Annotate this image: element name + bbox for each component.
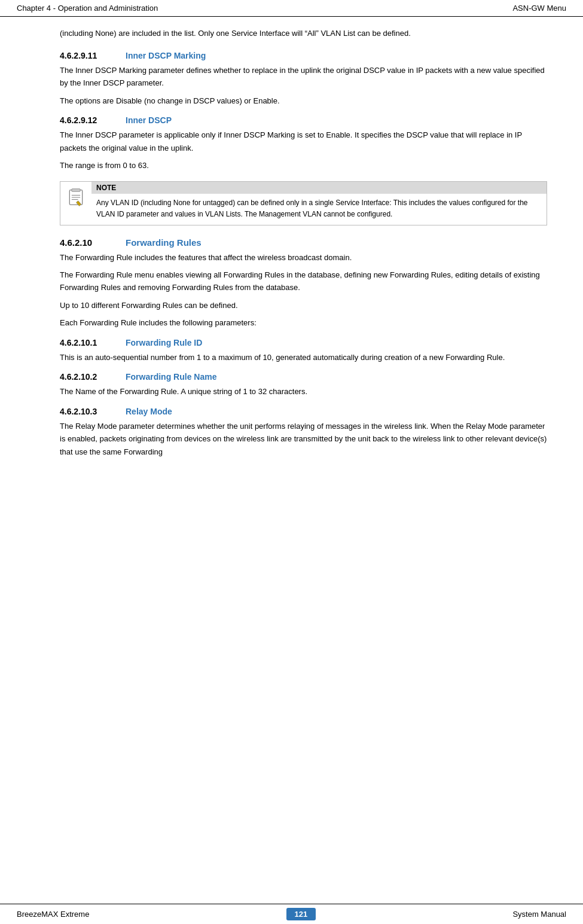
section-4-6-2-10: 4.6.2.10 Forwarding Rules The Forwarding… [60,237,547,330]
section-body-4-6-2-9-12-p2: The range is from 0 to 63. [60,159,547,172]
subsection-number-4-6-2-10-3: 4.6.2.10.3 [60,407,126,416]
svg-rect-1 [72,189,80,191]
footer-page-number: 121 [286,908,316,920]
header-left: Chapter 4 - Operation and Administration [17,4,158,13]
section-4-6-2-10-2: 4.6.2.10.2 Forwarding Rule Name The Name… [60,372,547,398]
section-number-4-6-2-10: 4.6.2.10 [60,237,126,248]
note-box: NOTE Any VLAN ID (including None for unt… [60,181,547,225]
section-body-4-6-2-10-p1: The Forwarding Rule includes the feature… [60,251,547,264]
subsection-body-4-6-2-10-3-p1: The Relay Mode parameter determines whet… [60,420,547,458]
page-header: Chapter 4 - Operation and Administration… [0,0,583,17]
subsection-title-4-6-2-10-3: Relay Mode [126,407,172,416]
section-header-4-6-2-9-11: 4.6.2.9.11 Inner DSCP Marking [60,51,547,60]
subsection-number-4-6-2-10-1: 4.6.2.10.1 [60,338,126,347]
note-icon [60,182,91,213]
section-header-4-6-2-9-12: 4.6.2.9.12 Inner DSCP [60,115,547,125]
section-body-4-6-2-9-12-p1: The Inner DSCP parameter is applicable o… [60,129,547,154]
section-body-4-6-2-10-p3: Up to 10 different Forwarding Rules can … [60,299,547,312]
note-content: NOTE Any VLAN ID (including None for unt… [91,182,547,224]
subsection-body-4-6-2-10-1-p1: This is an auto-sequential number from 1… [60,351,547,364]
main-content: (including None) are included in the lis… [0,17,583,904]
notepad-icon [66,188,86,207]
footer-right: System Manual [512,910,566,919]
section-title-4-6-2-9-11: Inner DSCP Marking [126,51,206,60]
section-body-4-6-2-10-p4: Each Forwarding Rule includes the follow… [60,316,547,329]
section-number-4-6-2-9-11: 4.6.2.9.11 [60,51,126,60]
section-title-4-6-2-10: Forwarding Rules [126,237,202,248]
section-4-6-2-9-12: 4.6.2.9.12 Inner DSCP The Inner DSCP par… [60,115,547,172]
subsection-title-4-6-2-10-1: Forwarding Rule ID [126,338,202,347]
subsection-number-4-6-2-10-2: 4.6.2.10.2 [60,372,126,382]
section-body-4-6-2-9-11-p1: The Inner DSCP Marking parameter defines… [60,64,547,90]
section-number-4-6-2-9-12: 4.6.2.9.12 [60,115,126,125]
section-title-4-6-2-9-12: Inner DSCP [126,115,172,125]
section-header-4-6-2-10-3: 4.6.2.10.3 Relay Mode [60,407,547,416]
section-body-4-6-2-10-p2: The Forwarding Rule menu enables viewing… [60,269,547,294]
section-4-6-2-10-3: 4.6.2.10.3 Relay Mode The Relay Mode par… [60,407,547,458]
intro-paragraph: (including None) are included in the lis… [60,28,547,40]
section-header-4-6-2-10-1: 4.6.2.10.1 Forwarding Rule ID [60,338,547,347]
note-label: NOTE [91,182,547,194]
section-header-4-6-2-10-2: 4.6.2.10.2 Forwarding Rule Name [60,372,547,382]
subsection-title-4-6-2-10-2: Forwarding Rule Name [126,372,216,382]
header-right: ASN-GW Menu [512,4,566,13]
section-4-6-2-10-1: 4.6.2.10.1 Forwarding Rule ID This is an… [60,338,547,364]
section-4-6-2-9-11: 4.6.2.9.11 Inner DSCP Marking The Inner … [60,51,547,107]
section-body-4-6-2-9-11-p2: The options are Disable (no change in DS… [60,94,547,107]
page-footer: BreezeMAX Extreme 121 System Manual [0,904,583,924]
footer-left: BreezeMAX Extreme [17,910,89,919]
note-text: Any VLAN ID (including None for untagged… [91,194,547,224]
page: Chapter 4 - Operation and Administration… [0,0,583,924]
section-header-4-6-2-10: 4.6.2.10 Forwarding Rules [60,237,547,248]
subsection-body-4-6-2-10-2-p1: The Name of the Forwarding Rule. A uniqu… [60,385,547,398]
